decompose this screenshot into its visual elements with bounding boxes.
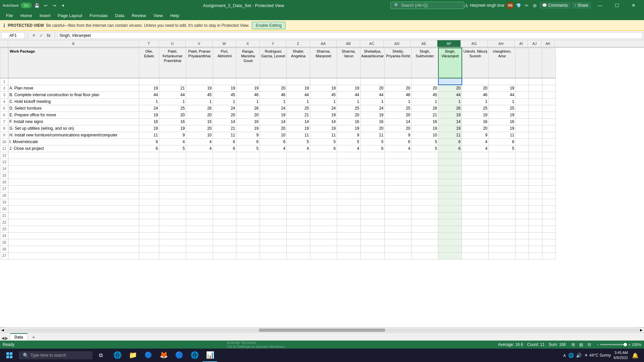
menu-file[interactable]: File (3, 12, 16, 19)
header-shabir[interactable]: Shabir, Angelina (287, 48, 310, 78)
insert-function-icon[interactable]: fx (45, 32, 52, 39)
search-input[interactable] (401, 3, 455, 8)
taskbar-app-explorer[interactable]: 📁 (125, 349, 140, 362)
cell-U10[interactable]: 4 (159, 138, 186, 145)
cell-V9[interactable]: 10 (186, 132, 213, 138)
cell-W6[interactable]: 20 (213, 112, 236, 118)
cell-AG7[interactable]: 16 (462, 118, 489, 125)
autosave-toggle[interactable]: On (21, 3, 32, 8)
cell-Y3[interactable]: 46 (260, 92, 287, 98)
task-view-icon[interactable]: ⧉ (94, 349, 107, 362)
cell-AI4[interactable] (516, 98, 529, 105)
cell-AK6[interactable] (542, 112, 556, 118)
cell-AA7[interactable]: 14 (310, 118, 337, 125)
cell-AI11[interactable] (516, 145, 529, 152)
redo-icon[interactable]: ↪ (51, 2, 58, 9)
cell-A9[interactable]: H. Install new furniture/communications … (8, 132, 139, 138)
taskbar-app-chrome[interactable]: 🔵 (172, 349, 186, 362)
cell-AD11[interactable]: 4 (385, 145, 412, 152)
cell-AB10[interactable]: 5 (337, 138, 361, 145)
cell-AE11[interactable]: 5 (412, 145, 438, 152)
cell-AI10[interactable] (516, 138, 529, 145)
col-header-X[interactable]: X (236, 40, 260, 47)
zoom-control[interactable]: − + 100% (597, 343, 641, 347)
menu-formulas[interactable]: Formulas (86, 12, 111, 19)
start-button[interactable] (1, 349, 17, 362)
cell-V7[interactable]: 15 (186, 118, 213, 125)
weather-widget[interactable]: ☀ 44°C Sunny (584, 353, 611, 358)
cell-U4[interactable]: 1 (159, 98, 186, 105)
cell-T10[interactable]: 6 (139, 138, 159, 145)
scroll-thumb[interactable] (259, 328, 385, 332)
cell-Z11[interactable]: 4 (287, 145, 310, 152)
cell-AB2[interactable]: 19 (337, 85, 361, 92)
cell-V4[interactable]: 1 (186, 98, 213, 105)
cell-AE3[interactable]: 45 (412, 92, 438, 98)
cell-AJ5[interactable] (529, 105, 542, 112)
cell-AC7[interactable]: 16 (361, 118, 385, 125)
cell-AH6[interactable]: 19 (489, 112, 516, 118)
cell-X9[interactable]: 9 (236, 132, 260, 138)
cell-AE6[interactable]: 21 (412, 112, 438, 118)
col-header-V[interactable]: V (186, 40, 213, 47)
cell-Z5[interactable]: 25 (287, 105, 310, 112)
cell-X1[interactable] (236, 78, 260, 85)
cell-AH10[interactable]: 6 (489, 138, 516, 145)
cell-W11[interactable]: 6 (213, 145, 236, 152)
menu-view[interactable]: View (150, 12, 166, 19)
header-patel-p[interactable]: Patel, Pranav Priyakantbhai (186, 48, 213, 78)
cell-U6[interactable]: 20 (159, 112, 186, 118)
enable-editing-button[interactable]: Enable Editing (252, 22, 285, 29)
cell-AF1[interactable] (438, 78, 462, 85)
cell-V5[interactable]: 26 (186, 105, 213, 112)
cell-T11[interactable]: 6 (139, 145, 159, 152)
menu-help[interactable]: Help (167, 12, 182, 19)
cell-W3[interactable]: 45 (213, 92, 236, 98)
cell-X6[interactable]: 20 (236, 112, 260, 118)
cell-V10[interactable]: 4 (186, 138, 213, 145)
cell-Z4[interactable]: 1 (287, 98, 310, 105)
zoom-slider[interactable] (600, 344, 627, 345)
cell-AD10[interactable]: 6 (385, 138, 412, 145)
volume-icon[interactable]: 🔊 (576, 353, 582, 358)
cell-AG5[interactable]: 25 (462, 105, 489, 112)
horizontal-scrollbar[interactable]: ◀ ▶ (0, 327, 644, 333)
cell-AA6[interactable]: 19 (310, 112, 337, 118)
cell-AK3[interactable] (542, 92, 556, 98)
cell-AF11[interactable]: 6 (438, 145, 462, 152)
cell-Z10[interactable]: 5 (287, 138, 310, 145)
network-icon[interactable]: 🌐 (568, 353, 574, 358)
col-header-AG[interactable]: AG (461, 40, 488, 47)
cell-AE8[interactable]: 19 (412, 125, 438, 132)
search-box[interactable]: 🔍 (390, 2, 464, 9)
col-header-AE[interactable]: AE (411, 40, 437, 47)
menu-page-layout[interactable]: Page Layout (54, 12, 86, 19)
col-header-AH[interactable]: AH (488, 40, 515, 47)
taskbar-app-web[interactable]: 🌐 (187, 349, 202, 362)
menu-home[interactable]: Home (17, 12, 36, 19)
header-ai[interactable] (516, 48, 529, 78)
cell-AB8[interactable]: 19 (337, 125, 361, 132)
scroll-sheets-left[interactable]: ◀ (1, 336, 4, 341)
cell-AD4[interactable]: 1 (385, 98, 412, 105)
cell-AK1[interactable] (542, 78, 556, 85)
cell-AJ8[interactable] (529, 125, 542, 132)
cell-AA2[interactable]: 19 (310, 85, 337, 92)
taskbar-app-firefox[interactable]: 🦊 (156, 349, 171, 362)
cell-T3[interactable]: 44 (139, 92, 159, 98)
cell-AH3[interactable]: 44 (489, 92, 516, 98)
cell-U9[interactable]: 9 (159, 132, 186, 138)
cell-AF9[interactable]: 11 (438, 132, 462, 138)
scroll-right-button[interactable]: ▶ (639, 327, 644, 333)
cell-AK11[interactable] (542, 145, 556, 152)
cell-AJ10[interactable] (529, 138, 542, 145)
header-sharma-v[interactable]: Sharma, Varun (337, 48, 361, 78)
cell-A4[interactable]: C. Hold kickoff meeting (8, 98, 139, 105)
cell-W10[interactable]: 6 (213, 138, 236, 145)
col-header-AK[interactable]: AK (541, 40, 555, 47)
cell-AE10[interactable]: 5 (412, 138, 438, 145)
cell-AG3[interactable]: 46 (462, 92, 489, 98)
cell-A6[interactable]: E. Prepare office for move (8, 112, 139, 118)
header-singh-s[interactable]: Singh, Sukhvinder (412, 48, 438, 78)
cell-AJ7[interactable] (529, 118, 542, 125)
